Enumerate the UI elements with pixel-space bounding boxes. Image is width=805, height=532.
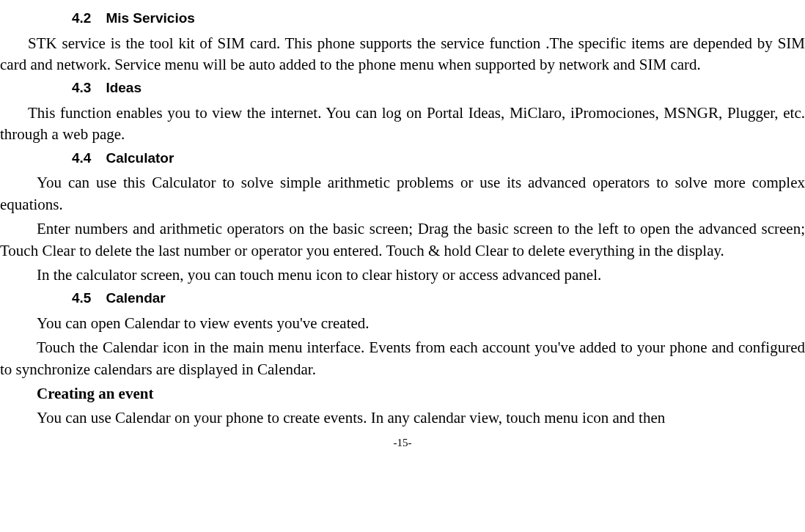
section-paragraph: Enter numbers and arithmetic operators o… bbox=[0, 218, 805, 262]
section-paragraph: In the calculator screen, you can touch … bbox=[0, 265, 805, 286]
section-paragraph: You can open Calendar to view events you… bbox=[0, 313, 805, 334]
section-title: Calendar bbox=[106, 290, 165, 306]
section-heading-4-4: 4.4Calculator bbox=[72, 149, 805, 169]
document-page: 4.2Mis Servicios STK service is the tool… bbox=[0, 0, 805, 451]
section-title: Calculator bbox=[106, 150, 174, 166]
section-paragraph: STK service is the tool kit of SIM card.… bbox=[0, 33, 805, 76]
section-title: Mis Servicios bbox=[106, 10, 194, 26]
section-paragraph: You can use Calendar on your phone to cr… bbox=[0, 407, 805, 429]
section-title: Ideas bbox=[106, 80, 141, 95]
section-number: 4.4 bbox=[72, 149, 91, 169]
section-number: 4.2 bbox=[72, 9, 91, 29]
section-heading-4-5: 4.5Calendar bbox=[72, 289, 805, 309]
section-paragraph: You can use this Calculator to solve sim… bbox=[0, 172, 805, 215]
section-number: 4.5 bbox=[72, 289, 91, 309]
section-paragraph: Touch the Calendar icon in the main menu… bbox=[0, 337, 805, 380]
section-subheading: Creating an event bbox=[0, 383, 805, 404]
section-heading-4-3: 4.3Ideas bbox=[72, 78, 805, 98]
section-number: 4.3 bbox=[72, 78, 91, 98]
section-paragraph: This function enables you to view the in… bbox=[0, 103, 805, 146]
page-number: -15- bbox=[0, 435, 805, 451]
section-heading-4-2: 4.2Mis Servicios bbox=[72, 9, 805, 29]
